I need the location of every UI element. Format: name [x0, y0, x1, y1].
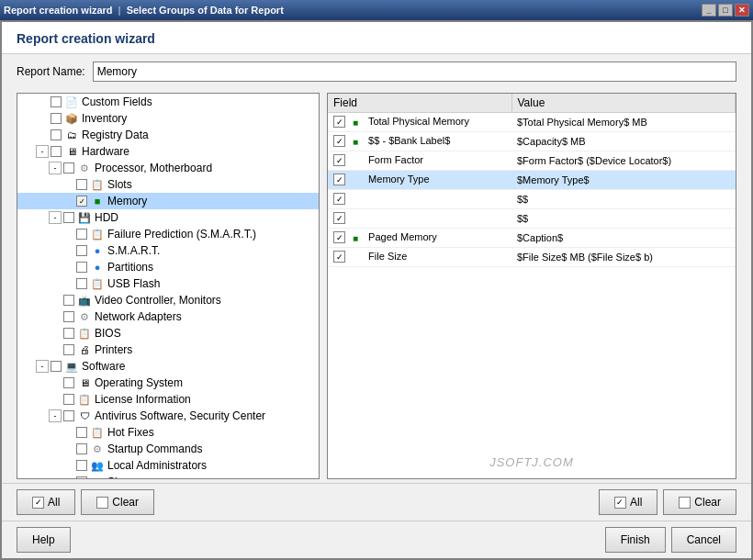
tree-node-hotfixes[interactable]: 📋 Hot Fixes	[17, 424, 319, 441]
localadmin-icon: 👥	[90, 458, 105, 473]
slots-icon: 📋	[90, 177, 105, 192]
tree-node-network[interactable]: ⚙ Network Adapters	[17, 308, 319, 325]
processor-toggle[interactable]: -	[49, 162, 62, 174]
field-icon: ■	[348, 134, 363, 149]
smart-icon: ●	[90, 243, 105, 258]
tree-node-hdd[interactable]: - 💾 HDD	[17, 209, 319, 226]
row-checkbox[interactable]: ✓	[333, 135, 345, 147]
table-row[interactable]: ✓ ■ Total Physical Memory $Total Physica…	[328, 113, 736, 132]
row-checkbox[interactable]: ✓	[333, 116, 345, 128]
tree-node-printers[interactable]: 🖨 Printers	[17, 342, 319, 358]
field-icon: ■	[348, 230, 363, 245]
row-checkbox[interactable]: ✓	[333, 154, 345, 166]
title-bar-separator: |	[118, 5, 121, 16]
tree-node-startup[interactable]: ⚙ Startup Commands	[17, 441, 319, 457]
tree-clear-button[interactable]: Clear	[81, 489, 154, 515]
watermark: JSOFTJ.COM	[328, 437, 736, 478]
tree-node-smart[interactable]: ● S.M.A.R.T.	[17, 242, 319, 259]
license-icon: 📋	[77, 392, 92, 407]
finish-button[interactable]: Finish	[605, 527, 666, 553]
fields-table: Field Value ✓ ■ Total Physical Memory $T…	[328, 94, 736, 267]
startup-icon: ⚙	[90, 442, 105, 456]
maximize-button[interactable]: □	[718, 4, 733, 17]
bottom-buttons: ✓ All Clear ✓ All Clear	[2, 483, 751, 521]
cancel-button[interactable]: Cancel	[671, 527, 736, 553]
hdd-icon: 💾	[77, 210, 92, 225]
tree-node[interactable]: 📄 Custom Fields	[17, 94, 319, 110]
tree-node-software[interactable]: - 💻 Software	[17, 358, 319, 375]
table-row[interactable]: ✓ File Size $File Size$ MB ($File Size$ …	[328, 248, 736, 267]
title-bar-right-text: Select Groups of Data for Report	[127, 5, 284, 16]
value-column-header: Value	[511, 94, 736, 113]
report-name-input[interactable]	[93, 62, 736, 82]
tree-node-partitions[interactable]: ● Partitions	[17, 259, 319, 275]
hardware-toggle[interactable]: -	[36, 145, 49, 158]
hdd-toggle[interactable]: -	[49, 211, 62, 224]
report-name-row: Report Name:	[2, 54, 751, 89]
tree-node-failure[interactable]: 📋 Failure Prediction (S.M.A.R.T.)	[17, 226, 319, 242]
main-content: 📄 Custom Fields 📦 Inventory 🗂 Registry D…	[2, 89, 751, 483]
table-row[interactable]: ✓ $$	[328, 209, 736, 229]
video-icon: 📺	[77, 293, 92, 308]
table-row[interactable]: ✓ Memory Type $Memory Type$	[328, 171, 736, 190]
tree-panel: 📄 Custom Fields 📦 Inventory 🗂 Registry D…	[17, 93, 320, 479]
footer: Help Finish Cancel	[2, 521, 751, 558]
table-row[interactable]: ✓ Form Factor $Form Factor$ ($Device Loc…	[328, 151, 736, 171]
tree-node-shares[interactable]: 📁 Shares	[17, 474, 319, 479]
memory-icon: ■	[90, 194, 105, 208]
title-bar-left-text: Report creation wizard	[4, 5, 113, 16]
tree-node-processor[interactable]: - ⚙ Processor, Motherboard	[17, 160, 319, 176]
custom-fields-icon: 📄	[64, 95, 79, 109]
right-panel: Field Value ✓ ■ Total Physical Memory $T…	[327, 93, 736, 479]
os-icon: 🖥	[77, 375, 92, 390]
tree-all-button[interactable]: ✓ All	[17, 489, 75, 515]
inventory-icon: 📦	[64, 111, 79, 126]
fields-all-button[interactable]: ✓ All	[599, 489, 657, 515]
shares-icon: 📁	[90, 475, 105, 479]
help-button[interactable]: Help	[17, 527, 71, 553]
table-row[interactable]: ✓ ■ $$ - $Bank Label$ $Capacity$ MB	[328, 132, 736, 151]
tree-node-license[interactable]: 📋 License Information	[17, 391, 319, 408]
bios-icon: 📋	[77, 326, 92, 341]
clear-checkbox-icon-right	[679, 497, 691, 509]
tree-node-localadmin[interactable]: 👥 Local Administrators	[17, 457, 319, 474]
tree-node-os[interactable]: 🖥 Operating System	[17, 375, 319, 391]
row-checkbox[interactable]: ✓	[333, 174, 345, 185]
tree-node-video[interactable]: 📺 Video Controller, Monitors	[17, 292, 319, 308]
tree-node-hardware[interactable]: - 🖥 Hardware	[17, 143, 319, 160]
software-toggle[interactable]: -	[36, 360, 49, 373]
tree-node-slots[interactable]: 📋 Slots	[17, 176, 319, 193]
processor-icon: ⚙	[77, 161, 92, 175]
all-checkbox-icon-right: ✓	[614, 497, 626, 509]
table-row[interactable]: ✓ ■ Paged Memory $Caption$	[328, 229, 736, 248]
usb-icon: 📋	[90, 276, 105, 291]
row-checkbox[interactable]: ✓	[333, 251, 345, 263]
software-icon: 💻	[64, 359, 79, 374]
hotfixes-icon: 📋	[90, 425, 105, 440]
row-checkbox[interactable]: ✓	[333, 212, 345, 224]
antivirus-icon: 🛡	[77, 409, 92, 423]
report-name-label: Report Name:	[17, 65, 85, 78]
tree-node[interactable]: 🗂 Registry Data	[17, 127, 319, 143]
close-button[interactable]: ✕	[735, 4, 749, 17]
tree-node-bios[interactable]: 📋 BIOS	[17, 325, 319, 342]
table-row[interactable]: ✓ $$	[328, 190, 736, 209]
fields-clear-button[interactable]: Clear	[663, 489, 736, 515]
printers-icon: 🖨	[77, 342, 92, 357]
row-checkbox[interactable]: ✓	[333, 231, 345, 243]
tree-node-usb[interactable]: 📋 USB Flash	[17, 275, 319, 292]
failure-icon: 📋	[90, 227, 105, 241]
row-checkbox[interactable]: ✓	[333, 193, 345, 205]
dialog: Report creation wizard Report Name: 📄 Cu…	[0, 20, 753, 560]
antivirus-toggle[interactable]: -	[49, 409, 62, 422]
clear-checkbox-icon	[96, 497, 108, 509]
registry-icon: 🗂	[64, 128, 79, 142]
tree-node-antivirus[interactable]: - 🛡 Antivirus Software, Security Center	[17, 408, 319, 424]
title-bar: Report creation wizard | Select Groups o…	[0, 0, 753, 20]
tree-node-memory[interactable]: ✓ ■ Memory	[17, 193, 319, 209]
minimize-button[interactable]: _	[702, 4, 716, 17]
partitions-icon: ●	[90, 260, 105, 274]
tree-node[interactable]: 📦 Inventory	[17, 110, 319, 127]
all-checkbox-icon: ✓	[32, 497, 44, 509]
hardware-icon: 🖥	[64, 144, 79, 159]
